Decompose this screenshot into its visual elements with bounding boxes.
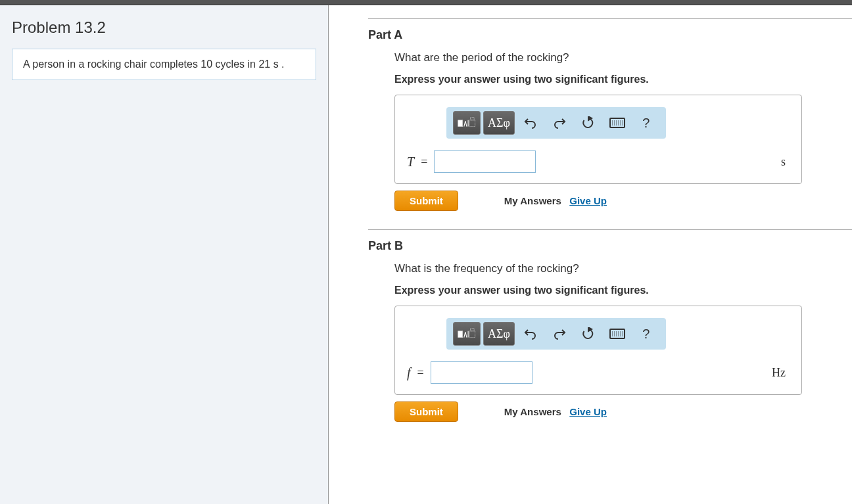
part-a-give-up-link[interactable]: Give Up [569, 195, 607, 206]
part-b: Part B What is the frequency of the rock… [329, 229, 852, 431]
part-b-answer-box: ΑΣφ ? [394, 306, 802, 395]
part-b-instruction: Express your answer using two significan… [394, 285, 832, 296]
problem-title: Problem 13.2 [12, 18, 316, 37]
part-b-my-answers-link[interactable]: My Answers [504, 406, 561, 417]
svg-rect-2 [471, 118, 475, 120]
part-b-answer-row: f = Hz [407, 361, 790, 384]
undo-icon [524, 328, 537, 340]
undo-icon [524, 117, 537, 129]
help-button[interactable]: ? [633, 111, 659, 135]
part-b-variable: f [407, 365, 411, 380]
undo-button[interactable] [517, 322, 544, 346]
part-a: Part A What are the period of the rockin… [329, 18, 852, 220]
greek-symbols-button[interactable]: ΑΣφ [483, 111, 515, 135]
part-a-answer-row: T = s [407, 150, 790, 173]
equals-sign: = [417, 366, 424, 380]
part-a-question: What are the period of the rocking? [394, 51, 832, 64]
part-a-title: Part A [368, 28, 852, 42]
part-b-unit: Hz [772, 366, 786, 380]
part-a-answer-input[interactable] [434, 150, 536, 173]
reset-icon [582, 327, 595, 340]
math-template-icon [458, 116, 476, 130]
redo-button[interactable] [546, 322, 573, 346]
redo-icon [553, 117, 566, 129]
part-a-my-answers-link[interactable]: My Answers [504, 195, 561, 206]
problem-description: A person in a rocking chair completes 10… [12, 49, 316, 80]
reset-icon [582, 116, 595, 129]
redo-button[interactable] [546, 111, 573, 135]
svg-rect-3 [458, 331, 463, 338]
keyboard-button[interactable] [604, 322, 630, 346]
part-b-submit-button[interactable]: Submit [394, 401, 458, 422]
part-a-variable: T [407, 154, 414, 170]
problem-panel: Problem 13.2 A person in a rocking chair… [0, 5, 329, 504]
part-b-question: What is the frequency of the rocking? [394, 262, 832, 275]
svg-rect-5 [471, 329, 475, 331]
part-b-actions: Submit My Answers Give Up [394, 401, 832, 422]
reset-button[interactable] [575, 111, 602, 135]
part-b-toolbar: ΑΣφ ? [446, 318, 666, 350]
part-a-unit: s [781, 155, 786, 169]
svg-rect-4 [469, 331, 475, 338]
undo-button[interactable] [517, 111, 544, 135]
part-a-answer-box: ΑΣφ ? [394, 95, 802, 184]
svg-rect-1 [469, 120, 475, 127]
reset-button[interactable] [575, 322, 602, 346]
part-a-instruction: Express your answer using two significan… [394, 74, 832, 85]
part-b-title: Part B [368, 239, 852, 253]
math-template-icon [458, 327, 476, 341]
svg-rect-0 [458, 120, 463, 127]
keyboard-icon [609, 118, 625, 128]
math-template-button[interactable] [453, 322, 481, 346]
equals-sign: = [421, 155, 427, 169]
window-top-bar [0, 0, 852, 5]
math-template-button[interactable] [453, 111, 481, 135]
part-b-give-up-link[interactable]: Give Up [569, 406, 607, 417]
help-button[interactable]: ? [633, 322, 659, 346]
answer-panel: Part A What are the period of the rockin… [329, 5, 852, 504]
greek-symbols-button[interactable]: ΑΣφ [483, 322, 515, 346]
part-b-answer-input[interactable] [431, 361, 532, 384]
part-a-actions: Submit My Answers Give Up [394, 191, 832, 211]
part-a-submit-button[interactable]: Submit [394, 191, 458, 211]
part-a-toolbar: ΑΣφ ? [446, 107, 666, 139]
main-container: Problem 13.2 A person in a rocking chair… [0, 5, 852, 504]
keyboard-icon [609, 329, 625, 339]
keyboard-button[interactable] [604, 111, 630, 135]
redo-icon [553, 328, 566, 340]
